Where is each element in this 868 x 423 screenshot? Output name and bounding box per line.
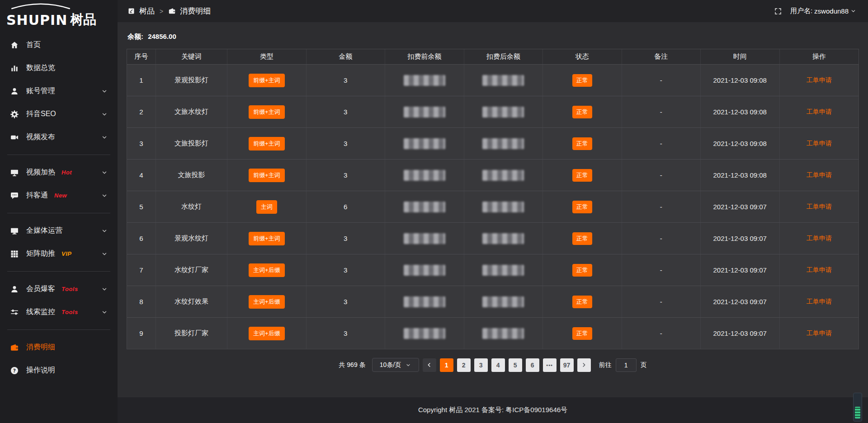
user-icon (10, 285, 19, 294)
balance: 余额: 24856.00 (127, 33, 858, 41)
next-page-button[interactable] (577, 358, 591, 372)
keyword-cell: 水纹灯效果 (156, 286, 227, 317)
chevron-down-icon (101, 111, 108, 118)
page-size-select[interactable]: 10条/页 (372, 358, 419, 372)
sidebar-divider (7, 271, 110, 272)
sidebar-divider (7, 329, 110, 330)
keyword-cell: 景观水纹灯 (156, 223, 227, 254)
amount-cell: 3 (307, 286, 386, 317)
sidebar-item-douyin-seo[interactable]: 抖音SEO (0, 103, 118, 126)
time-cell: 2021-12-03 09:07 (701, 286, 780, 317)
sidebar-item-matrix-boost[interactable]: 矩阵助推VIP (0, 242, 118, 265)
amount-cell: 3 (307, 96, 386, 127)
app-icon (127, 7, 135, 15)
balance-after-masked (482, 138, 524, 149)
column-header-balance-after: 扣费后余额 (464, 49, 543, 64)
goto-label: 前往 (599, 361, 612, 369)
arrow-left-icon (426, 362, 432, 368)
sidebar-item-consumption-detail[interactable]: 消费明细 (0, 336, 118, 359)
user-menu[interactable]: 用户名: zswodun88 (790, 7, 856, 15)
page-button-1[interactable]: 1 (440, 358, 453, 372)
page-button-6[interactable]: 6 (526, 358, 539, 372)
ticket-apply-link[interactable]: 工单申请 (807, 171, 832, 179)
gear-icon (10, 110, 19, 119)
wallet-icon (168, 7, 176, 15)
content: 余额: 24856.00 序号 关键词 类型 金额 扣费前余额 扣费后余额 状态… (118, 33, 868, 372)
scrollbar[interactable] (853, 393, 862, 422)
scrollbar-thumb[interactable] (855, 407, 860, 418)
prev-page-button[interactable] (423, 358, 436, 372)
sidebar-item-video-publish[interactable]: 视频发布 (0, 126, 118, 149)
goto-page: 前往页 (599, 358, 647, 372)
sidebar-item-label: 账号管理 (26, 86, 55, 96)
page-button-5[interactable]: 5 (509, 358, 522, 372)
footer: Copyright 树品 2021 备案号: 粤ICP备09019646号 (118, 397, 868, 423)
sidebar-item-account-management[interactable]: 账号管理 (0, 80, 118, 103)
amount-cell: 6 (307, 191, 386, 222)
sidebar-item-home[interactable]: 首页 (0, 33, 118, 56)
sidebar-item-data-overview[interactable]: 数据总览 (0, 56, 118, 80)
logo-arc (7, 3, 74, 9)
sidebar-item-member-baoke[interactable]: 会员爆客Tools (0, 277, 118, 301)
balance-before-masked (404, 233, 445, 244)
sidebar-item-media-operation[interactable]: 全媒体运营 (0, 219, 118, 242)
status-badge: 正常 (572, 296, 592, 308)
ticket-apply-link[interactable]: 工单申请 (807, 266, 832, 274)
amount-cell: 3 (307, 160, 386, 191)
ticket-apply-link[interactable]: 工单申请 (807, 203, 832, 211)
column-header-amount: 金额 (307, 49, 386, 64)
balance-before-masked (404, 296, 445, 307)
ticket-apply-link[interactable]: 工单申请 (807, 329, 832, 338)
amount-cell: 3 (307, 223, 386, 254)
sidebar-item-clue-monitor[interactable]: 线索监控Tools (0, 301, 118, 324)
table-row: 3文旅投影灯前缀+主词3正常-2021-12-03 09:08工单申请 (127, 127, 859, 159)
more-pages-button[interactable]: ••• (543, 358, 557, 372)
sidebar-item-operation-guide[interactable]: ?操作说明 (0, 359, 118, 382)
balance-after-masked (482, 170, 524, 181)
ticket-apply-link[interactable]: 工单申请 (807, 140, 832, 148)
logo-text-en: SHUPIN (6, 14, 67, 26)
type-badge: 前缀+主词 (249, 169, 285, 182)
table-row: 4文旅投影前缀+主词3正常-2021-12-03 09:08工单申请 (127, 159, 859, 191)
remark-cell: - (622, 223, 701, 254)
type-badge: 前缀+主词 (249, 137, 285, 150)
sidebar-item-tag: Hot (61, 169, 72, 176)
sidebar: SHUPIN 树品 首页数据总览账号管理抖音SEO视频发布视频加热Hot抖客通N… (0, 0, 118, 423)
page-button-2[interactable]: 2 (457, 358, 471, 372)
remark-cell: - (622, 65, 701, 96)
page-button-4[interactable]: 4 (491, 358, 505, 372)
main-area: 树品 > 消费明细 用户名: zswodun88 余额: 24856.00 序号… (118, 0, 868, 423)
ticket-apply-link[interactable]: 工单申请 (807, 235, 832, 243)
ticket-apply-link[interactable]: 工单申请 (807, 76, 832, 85)
remark-cell: - (622, 318, 701, 349)
chevron-down-icon (101, 193, 108, 199)
chevron-down-icon (850, 8, 856, 14)
status-badge: 正常 (572, 264, 592, 277)
video-icon (10, 133, 19, 142)
time-cell: 2021-12-03 09:07 (701, 254, 780, 286)
logo: SHUPIN 树品 (0, 0, 118, 26)
page-button-3[interactable]: 3 (474, 358, 488, 372)
type-badge: 主词 (256, 200, 277, 214)
balance-before-masked (404, 107, 445, 118)
sidebar-item-douketong[interactable]: 抖客通New (0, 184, 118, 207)
page-button-97[interactable]: 97 (560, 358, 574, 372)
amount-cell: 3 (307, 318, 386, 349)
balance-label: 余额: (127, 33, 143, 40)
breadcrumb-item-root[interactable]: 树品 (139, 6, 155, 16)
remark-cell: - (622, 96, 701, 127)
time-cell: 2021-12-03 09:08 (701, 160, 780, 191)
sliders-icon (10, 308, 19, 317)
ticket-apply-link[interactable]: 工单申请 (807, 298, 832, 306)
ticket-apply-link[interactable]: 工单申请 (807, 108, 832, 116)
type-badge: 主词+后缀 (249, 263, 285, 277)
table-row: 9投影灯厂家主词+后缀3正常-2021-12-03 09:07工单申请 (127, 317, 859, 349)
fullscreen-icon[interactable] (774, 7, 782, 15)
sidebar-item-video-heating[interactable]: 视频加热Hot (0, 161, 118, 184)
time-cell: 2021-12-03 09:08 (701, 96, 780, 127)
chevron-down-icon (101, 286, 108, 292)
chevron-down-icon (101, 88, 108, 94)
goto-page-input[interactable] (616, 358, 637, 372)
breadcrumb-separator: > (160, 8, 163, 15)
time-cell: 2021-12-03 09:07 (701, 318, 780, 349)
